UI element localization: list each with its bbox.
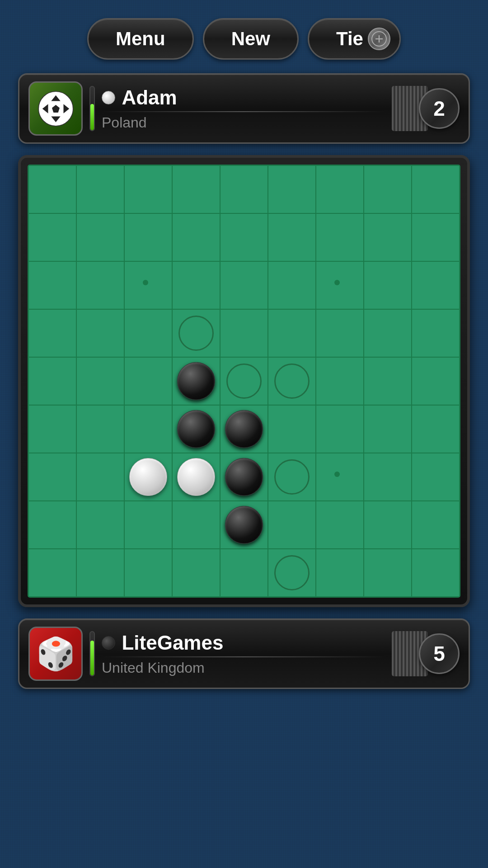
board-cell[interactable] <box>28 309 76 357</box>
board-cell[interactable] <box>124 405 172 453</box>
board-cell[interactable] <box>28 549 76 597</box>
player2-avatar: 🎲 <box>28 627 83 681</box>
board-cell[interactable] <box>364 357 412 405</box>
board-cell[interactable] <box>124 165 172 213</box>
board-cell[interactable] <box>316 357 364 405</box>
player1-energy-bar <box>89 86 95 131</box>
new-label: New <box>231 28 270 50</box>
board-cell[interactable] <box>316 501 364 549</box>
new-button[interactable]: New <box>203 18 299 60</box>
board-cell[interactable] <box>412 213 460 261</box>
black-piece <box>177 410 215 448</box>
board-cell[interactable] <box>412 261 460 309</box>
board-cell[interactable] <box>220 213 268 261</box>
board-cell[interactable] <box>364 165 412 213</box>
board-cell[interactable] <box>364 501 412 549</box>
board-cell[interactable] <box>412 165 460 213</box>
board-cell[interactable] <box>28 357 76 405</box>
board-cell[interactable] <box>412 405 460 453</box>
board-cell[interactable] <box>268 165 316 213</box>
board-cell[interactable] <box>124 213 172 261</box>
board-cell[interactable] <box>364 213 412 261</box>
player1-country: Poland <box>102 114 385 131</box>
black-piece <box>177 362 215 400</box>
board-cell[interactable] <box>316 165 364 213</box>
board-cell[interactable] <box>172 501 220 549</box>
player2-score-section: 5 <box>392 631 460 676</box>
board-cell[interactable] <box>76 357 124 405</box>
board-cell[interactable] <box>124 309 172 357</box>
player1-divider <box>102 111 385 112</box>
board-cell[interactable] <box>124 357 172 405</box>
board-cell[interactable] <box>220 357 268 405</box>
board-cell[interactable] <box>268 357 316 405</box>
board-cell[interactable] <box>172 261 220 309</box>
board-cell[interactable] <box>172 549 220 597</box>
board-cell[interactable] <box>268 549 316 597</box>
player2-bar-fill <box>90 641 94 675</box>
board-cell[interactable] <box>316 261 364 309</box>
board-cell[interactable] <box>76 261 124 309</box>
board-cell[interactable] <box>364 309 412 357</box>
board-cell[interactable] <box>28 405 76 453</box>
board-cell[interactable] <box>220 165 268 213</box>
board-cell[interactable] <box>76 549 124 597</box>
board-cell[interactable] <box>220 501 268 549</box>
board-cell[interactable] <box>76 453 124 501</box>
board-cell[interactable] <box>76 405 124 453</box>
board-cell[interactable] <box>124 453 172 501</box>
board-cell[interactable] <box>172 213 220 261</box>
player2-name: LiteGames <box>122 632 223 654</box>
board-cell[interactable] <box>316 213 364 261</box>
board-cell[interactable] <box>220 309 268 357</box>
white-piece <box>129 458 167 495</box>
board-cell[interactable] <box>268 453 316 501</box>
game-board[interactable] <box>28 165 460 598</box>
board-cell[interactable] <box>220 261 268 309</box>
board-cell[interactable] <box>220 405 268 453</box>
board-cell[interactable] <box>316 453 364 501</box>
board-cell[interactable] <box>268 501 316 549</box>
menu-button[interactable]: Menu <box>87 18 194 60</box>
board-cell[interactable] <box>172 405 220 453</box>
board-cell[interactable] <box>412 501 460 549</box>
board-cell[interactable] <box>124 501 172 549</box>
board-cell[interactable] <box>28 213 76 261</box>
board-cell[interactable] <box>316 309 364 357</box>
board-cell[interactable] <box>268 261 316 309</box>
board-cell[interactable] <box>28 261 76 309</box>
board-cell[interactable] <box>364 549 412 597</box>
tie-label: Tie <box>336 28 363 50</box>
board-cell[interactable] <box>172 357 220 405</box>
board-cell[interactable] <box>124 549 172 597</box>
board-cell[interactable] <box>124 261 172 309</box>
board-cell[interactable] <box>268 213 316 261</box>
board-cell[interactable] <box>28 453 76 501</box>
board-cell[interactable] <box>76 213 124 261</box>
board-cell[interactable] <box>172 309 220 357</box>
board-cell[interactable] <box>28 501 76 549</box>
board-cell[interactable] <box>268 405 316 453</box>
board-cell[interactable] <box>364 261 412 309</box>
player1-bar-fill <box>90 104 94 130</box>
board-cell[interactable] <box>76 165 124 213</box>
ghost-piece <box>274 459 310 495</box>
board-cell[interactable] <box>412 549 460 597</box>
board-cell[interactable] <box>364 405 412 453</box>
board-cell[interactable] <box>316 405 364 453</box>
board-cell[interactable] <box>412 357 460 405</box>
board-cell[interactable] <box>172 453 220 501</box>
board-cell[interactable] <box>28 165 76 213</box>
board-cell[interactable] <box>172 165 220 213</box>
tie-button[interactable]: Tie <box>308 18 401 60</box>
board-cell[interactable] <box>412 453 460 501</box>
board-cell[interactable] <box>412 309 460 357</box>
board-cell[interactable] <box>76 501 124 549</box>
board-cell[interactable] <box>76 309 124 357</box>
board-cell[interactable] <box>364 453 412 501</box>
board-cell[interactable] <box>220 453 268 501</box>
board-cell[interactable] <box>316 549 364 597</box>
board-cell[interactable] <box>220 549 268 597</box>
board-cell[interactable] <box>268 309 316 357</box>
board-container <box>18 155 470 607</box>
